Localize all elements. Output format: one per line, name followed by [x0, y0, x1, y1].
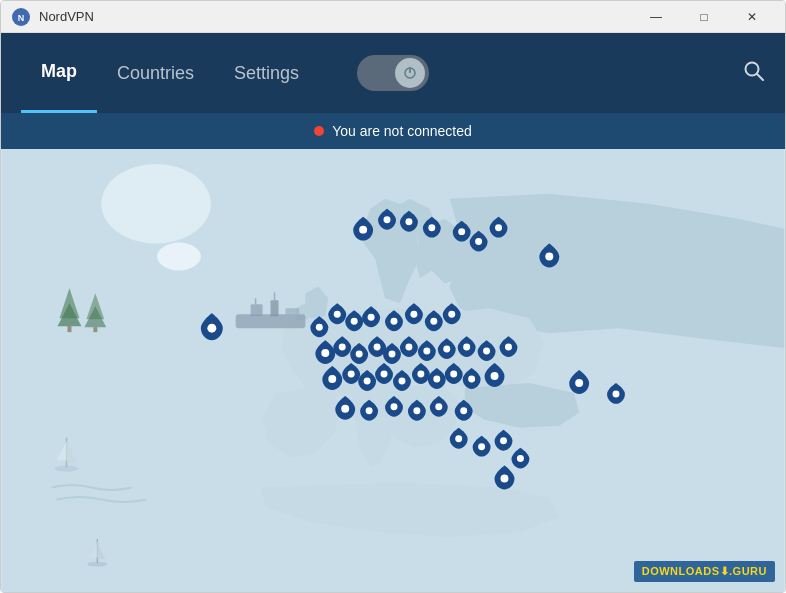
svg-point-57 [328, 375, 336, 383]
svg-point-70 [413, 407, 420, 414]
watermark-text: DOWNLOADS⬇.GURU [642, 565, 767, 577]
svg-point-47 [339, 344, 346, 351]
svg-point-43 [410, 311, 417, 318]
connection-status-dot [314, 126, 324, 136]
app-logo: N [11, 7, 31, 27]
svg-point-63 [433, 375, 440, 382]
svg-point-51 [405, 344, 412, 351]
svg-point-50 [389, 351, 396, 358]
tab-settings[interactable]: Settings [214, 33, 319, 113]
svg-point-74 [613, 390, 620, 397]
tab-countries[interactable]: Countries [97, 33, 214, 113]
svg-point-65 [468, 375, 475, 382]
svg-point-31 [405, 218, 412, 225]
search-icon [743, 60, 765, 82]
svg-point-78 [517, 455, 524, 462]
svg-point-55 [483, 348, 490, 355]
svg-point-29 [359, 226, 367, 234]
nav-center [357, 55, 429, 91]
vpn-toggle[interactable] [357, 55, 429, 91]
svg-point-7 [101, 164, 211, 244]
svg-point-79 [501, 475, 509, 483]
svg-point-30 [384, 216, 391, 223]
svg-point-46 [321, 349, 329, 357]
svg-point-41 [368, 314, 375, 321]
svg-rect-25 [271, 300, 279, 316]
svg-point-39 [334, 311, 341, 318]
nav-tabs: Map Countries Settings [21, 33, 319, 113]
app-window: N NordVPN — □ ✕ Map Countries Settings [0, 0, 786, 593]
svg-point-75 [455, 435, 462, 442]
svg-point-72 [460, 407, 467, 414]
watermark: DOWNLOADS⬇.GURU [634, 561, 775, 582]
svg-point-36 [495, 224, 502, 231]
svg-point-35 [475, 238, 482, 245]
svg-point-53 [443, 346, 450, 353]
title-bar: N NordVPN — □ ✕ [1, 1, 785, 33]
connection-status-text: You are not connected [332, 123, 472, 139]
svg-rect-24 [251, 304, 263, 316]
svg-point-58 [348, 371, 355, 378]
map-area: DOWNLOADS⬇.GURU [1, 149, 785, 592]
svg-point-62 [417, 371, 424, 378]
title-bar-left: N NordVPN [11, 7, 94, 27]
svg-point-52 [423, 348, 430, 355]
svg-point-48 [356, 351, 363, 358]
svg-point-12 [55, 466, 79, 472]
tab-map[interactable]: Map [21, 33, 97, 113]
svg-point-66 [491, 372, 499, 380]
close-button[interactable]: ✕ [729, 1, 775, 33]
svg-point-33 [207, 324, 216, 333]
svg-point-16 [87, 562, 107, 567]
svg-rect-28 [285, 308, 299, 316]
svg-point-38 [316, 324, 323, 331]
svg-point-40 [351, 318, 358, 325]
svg-point-8 [157, 243, 201, 271]
svg-point-76 [478, 443, 485, 450]
status-bar: You are not connected [1, 113, 785, 149]
svg-point-64 [450, 371, 457, 378]
maximize-button[interactable]: □ [681, 1, 727, 33]
power-icon [402, 65, 418, 81]
svg-point-68 [366, 407, 373, 414]
svg-rect-22 [93, 327, 97, 332]
svg-point-69 [391, 403, 398, 410]
svg-point-61 [398, 377, 405, 384]
svg-point-54 [463, 344, 470, 351]
svg-point-49 [374, 344, 381, 351]
minimize-button[interactable]: — [633, 1, 679, 33]
svg-point-37 [545, 253, 553, 261]
svg-point-77 [500, 437, 507, 444]
nav-bar: Map Countries Settings [1, 33, 785, 113]
svg-rect-19 [67, 326, 71, 332]
window-controls: — □ ✕ [633, 1, 775, 33]
svg-rect-23 [236, 314, 306, 328]
app-title: NordVPN [39, 9, 94, 24]
svg-point-59 [364, 377, 371, 384]
svg-point-71 [435, 403, 442, 410]
toggle-knob [395, 58, 425, 88]
svg-point-56 [505, 344, 512, 351]
svg-point-67 [341, 405, 349, 413]
svg-point-45 [448, 311, 455, 318]
svg-point-34 [458, 228, 465, 235]
svg-point-42 [391, 318, 398, 325]
svg-line-5 [757, 74, 763, 80]
svg-point-32 [428, 224, 435, 231]
svg-text:N: N [18, 13, 25, 23]
world-map [1, 149, 785, 592]
svg-point-44 [430, 318, 437, 325]
search-button[interactable] [743, 60, 765, 87]
svg-point-60 [381, 371, 388, 378]
svg-point-73 [575, 379, 583, 387]
